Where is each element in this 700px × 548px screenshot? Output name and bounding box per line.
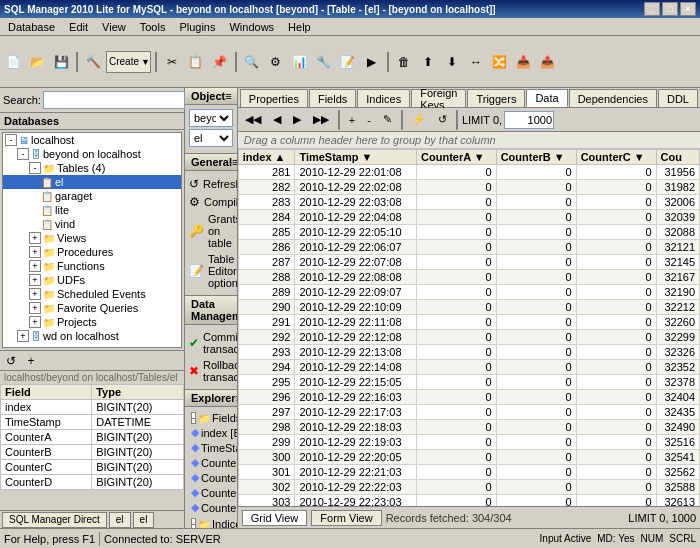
- field-row[interactable]: CounterDBIGINT(20): [1, 475, 184, 490]
- tree-item-garaget[interactable]: 📋 garaget: [3, 189, 181, 203]
- maximize-btn[interactable]: □: [662, 2, 678, 16]
- toggle-tables[interactable]: -: [29, 162, 41, 174]
- commit-item[interactable]: ✔ Commit transaction: [189, 329, 233, 357]
- first-record-btn[interactable]: ◀◀: [240, 110, 266, 130]
- tree-item-tables[interactable]: - 📁 Tables (4): [3, 161, 181, 175]
- data-row[interactable]: 3012010-12-29 22:21:0300032562: [238, 465, 699, 480]
- new-btn[interactable]: 📄: [2, 51, 24, 73]
- tree-item-functions[interactable]: + 📁 Functions: [3, 259, 181, 273]
- data-row[interactable]: 2892010-12-29 22:09:0700032190: [238, 285, 699, 300]
- menu-plugins[interactable]: Plugins: [173, 20, 221, 34]
- tree-item-scheduledevents[interactable]: + 📁 Scheduled Events: [3, 287, 181, 301]
- delete-record-btn[interactable]: -: [362, 110, 376, 130]
- prev-record-btn[interactable]: ◀: [268, 110, 286, 130]
- tb-btn8[interactable]: 🔧: [313, 51, 335, 73]
- tb-btn15[interactable]: 🔀: [489, 51, 511, 73]
- data-table-wrapper[interactable]: index ▲ TimeStamp ▼ CounterA ▼ CounterB …: [238, 149, 700, 506]
- toggle-udfs[interactable]: +: [29, 274, 41, 286]
- tab-el2[interactable]: el: [133, 512, 155, 528]
- table-select[interactable]: el: [189, 129, 233, 147]
- tree-item-procedures[interactable]: + 📁 Procedures: [3, 245, 181, 259]
- toggle-indices[interactable]: -: [191, 518, 196, 528]
- toggle-wd[interactable]: +: [17, 330, 29, 342]
- tree-item-vind[interactable]: 📋 vind: [3, 217, 181, 231]
- tb-btn16[interactable]: 📥: [513, 51, 535, 73]
- data-row[interactable]: 3002010-12-29 22:20:0500032541: [238, 450, 699, 465]
- explorer-field-item[interactable]: ◆CounterD [BIGINT(20)]: [189, 500, 233, 515]
- data-row[interactable]: 2842010-12-29 22:04:0800032039: [238, 210, 699, 225]
- col-counterd[interactable]: Cou: [656, 150, 699, 165]
- copy-btn[interactable]: 📋: [185, 51, 207, 73]
- data-row[interactable]: 2902010-12-29 22:10:0900032212: [238, 300, 699, 315]
- table-editor-item[interactable]: 📝 Table Editor options: [189, 251, 233, 291]
- explorer-field-item[interactable]: ◆CounterB [BIGINT(20)]: [189, 470, 233, 485]
- tb-btn6[interactable]: ⚙: [265, 51, 287, 73]
- tab-foreign-keys[interactable]: Foreign Keys: [411, 89, 466, 107]
- tree-item-wd[interactable]: + 🗄 wd on localhost: [3, 329, 181, 343]
- save-btn[interactable]: 💾: [50, 51, 72, 73]
- toggle-projects[interactable]: +: [29, 316, 41, 328]
- tab-properties[interactable]: Properties: [240, 89, 308, 107]
- menu-database[interactable]: Database: [2, 20, 61, 34]
- general-section-header[interactable]: General ≡: [185, 154, 237, 171]
- toggle-favqueries[interactable]: +: [29, 302, 41, 314]
- tab-dependencies[interactable]: Dependencies: [569, 89, 657, 107]
- field-row[interactable]: indexBIGINT(20): [1, 400, 184, 415]
- tb-btn17[interactable]: 📤: [537, 51, 559, 73]
- create-btn[interactable]: 🔨: [82, 51, 104, 73]
- tab-el[interactable]: el: [109, 512, 131, 528]
- menu-edit[interactable]: Edit: [63, 20, 94, 34]
- tab-ddl[interactable]: DDL: [658, 89, 698, 107]
- tb-btn5[interactable]: 🔍: [241, 51, 263, 73]
- field-row[interactable]: CounterCBIGINT(20): [1, 460, 184, 475]
- rollback-item[interactable]: ✖ Rollback transaction: [189, 357, 233, 385]
- data-management-header[interactable]: Data Management ≡: [185, 296, 237, 325]
- explorer-field-item[interactable]: ◆CounterA [BIGINT(20)]: [189, 455, 233, 470]
- last-record-btn[interactable]: ▶▶: [308, 110, 334, 130]
- tree-item-favqueries[interactable]: + 📁 Favorite Queries: [3, 301, 181, 315]
- db-select[interactable]: beyond on localhost [bey...: [189, 109, 233, 127]
- tree-refresh-btn[interactable]: ↺: [2, 352, 20, 370]
- data-row[interactable]: 2862010-12-29 22:06:0700032121: [238, 240, 699, 255]
- tab-triggers[interactable]: Triggers: [467, 89, 525, 107]
- run-btn[interactable]: ⚡: [407, 110, 431, 130]
- field-row[interactable]: TimeStampDATETIME: [1, 415, 184, 430]
- indices-folder[interactable]: - 📁 Indices (1): [189, 517, 233, 528]
- data-row[interactable]: 2872010-12-29 22:07:0800032145: [238, 255, 699, 270]
- cut-btn[interactable]: ✂: [161, 51, 183, 73]
- data-row[interactable]: 2972010-12-29 22:17:0300032435: [238, 405, 699, 420]
- compile-item[interactable]: ⚙ Compile: [189, 193, 233, 211]
- tree-item-udfs[interactable]: + 📁 UDFs: [3, 273, 181, 287]
- tb-btn13[interactable]: ⬇: [441, 51, 463, 73]
- tree-item-lite[interactable]: 📋 lite: [3, 203, 181, 217]
- menu-windows[interactable]: Windows: [223, 20, 280, 34]
- toggle-functions[interactable]: +: [29, 260, 41, 272]
- tb-btn10[interactable]: ▶: [361, 51, 383, 73]
- next-record-btn[interactable]: ▶: [288, 110, 306, 130]
- data-row[interactable]: 2962010-12-29 22:16:0300032404: [238, 390, 699, 405]
- col-timestamp[interactable]: TimeStamp ▼: [295, 150, 417, 165]
- col-index[interactable]: index ▲: [238, 150, 295, 165]
- create-dropdown[interactable]: Create ▼: [106, 51, 151, 73]
- explorer-field-item[interactable]: ◆TimeStamp [DATETIME]: [189, 440, 233, 455]
- toggle-views[interactable]: +: [29, 232, 41, 244]
- search-input[interactable]: [43, 91, 185, 109]
- data-row[interactable]: 2912010-12-29 22:11:0800032260: [238, 315, 699, 330]
- grants-item[interactable]: 🔑 Grants on table: [189, 211, 233, 251]
- data-row[interactable]: 2882010-12-29 22:08:0800032167: [238, 270, 699, 285]
- minimize-btn[interactable]: _: [644, 2, 660, 16]
- tb-btn12[interactable]: ⬆: [417, 51, 439, 73]
- tab-data[interactable]: Data: [526, 89, 567, 107]
- col-counterc[interactable]: CounterC ▼: [576, 150, 656, 165]
- tab-indices[interactable]: Indices: [357, 89, 410, 107]
- close-btn[interactable]: ×: [680, 2, 696, 16]
- menu-view[interactable]: View: [96, 20, 132, 34]
- col-counterb[interactable]: CounterB ▼: [496, 150, 576, 165]
- data-row[interactable]: 2942010-12-29 22:14:0800032352: [238, 360, 699, 375]
- tree-item-views[interactable]: + 📁 Views: [3, 231, 181, 245]
- form-view-tab[interactable]: Form View: [311, 510, 381, 526]
- data-row[interactable]: 3022010-12-29 22:22:0300032588: [238, 480, 699, 495]
- field-row[interactable]: CounterBBIGINT(20): [1, 445, 184, 460]
- toggle-fields[interactable]: -: [191, 412, 196, 424]
- field-row[interactable]: CounterABIGINT(20): [1, 430, 184, 445]
